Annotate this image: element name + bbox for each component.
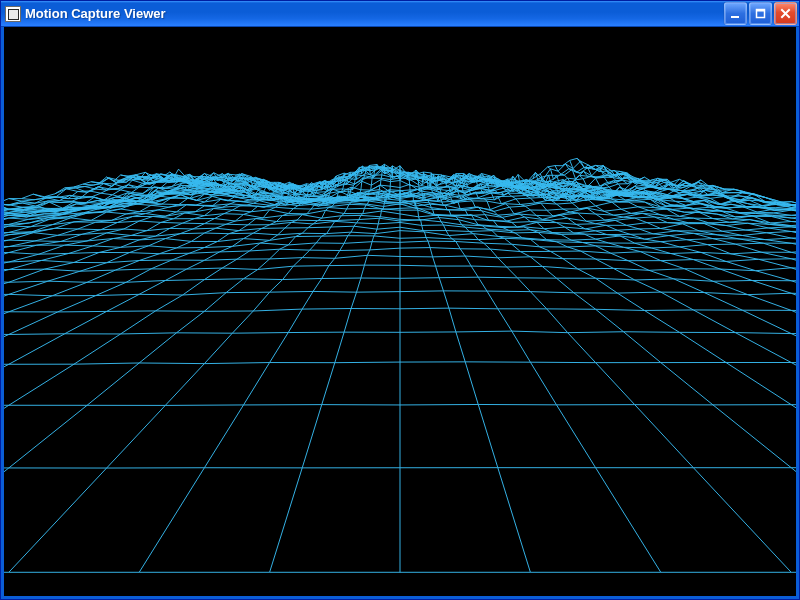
window-buttons [724, 2, 797, 25]
minimize-button[interactable] [724, 2, 747, 25]
viewport[interactable] [4, 27, 796, 596]
wireframe-terrain [4, 27, 796, 596]
titlebar[interactable]: Motion Capture Viewer [1, 1, 799, 27]
svg-rect-0 [731, 16, 739, 18]
close-icon [780, 8, 791, 19]
window-title: Motion Capture Viewer [25, 6, 724, 21]
minimize-icon [730, 8, 741, 19]
svg-rect-2 [757, 10, 765, 12]
maximize-icon [755, 8, 766, 19]
close-button[interactable] [774, 2, 797, 25]
app-icon [5, 6, 21, 22]
maximize-button[interactable] [749, 2, 772, 25]
app-window: Motion Capture Viewer [0, 0, 800, 600]
client-area [1, 27, 799, 599]
